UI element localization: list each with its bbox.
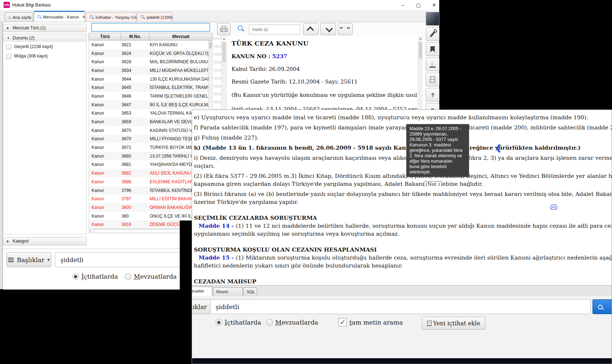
find-previous-button[interactable] — [303, 23, 319, 35]
column-header-turu[interactable]: Türü — [89, 33, 121, 40]
table-row[interactable]: Kanun 3796 İSTANBUL KENTİNDE YAPILACAK — [89, 186, 208, 195]
kanun-no-link[interactable]: 5237 — [272, 53, 288, 60]
table-row[interactable]: Kanun 3628 MAL BİLDİRİMİNDE BULUNULMASI,… — [89, 57, 208, 66]
tab-mevzuatlar-kanun[interactable]: Mevzuatlar - Kanun ✕ — [34, 11, 85, 22]
filter-checkbox-row[interactable]: Geçerlli (2238 kayıt) — [3, 43, 86, 51]
radio-ictihatlarda[interactable]: İçtihatlarda — [216, 319, 261, 326]
cell-turu: Kanun — [89, 222, 122, 227]
document-button[interactable] — [426, 73, 439, 86]
radio-ictihatlarda[interactable]: İçtihatlarda — [72, 273, 118, 280]
title-bar: ch Hukuk Bilgi Bankası – ▢ ✕ — [0, 0, 439, 10]
background-window-edge — [0, 10, 3, 289]
table-row[interactable]: Kanun 3645 İSTANBUL ELEKTRİK, TRAMVAY VE… — [89, 83, 208, 92]
desktop: ch Hukuk Bilgi Bankası – ▢ ✕ ⌂ Ana sayfa… — [0, 0, 612, 364]
table-header[interactable]: Türü M.No. Mevzuat — [89, 33, 213, 40]
madde-link[interactable]: Madde 14 - — [199, 222, 236, 229]
radio-icon[interactable] — [72, 273, 79, 280]
radio-icon[interactable] — [216, 319, 222, 326]
tab-ana-sayfa[interactable]: ⌂ Ana sayfa — [5, 12, 33, 22]
tab-sql[interactable]: SQL — [243, 287, 257, 296]
table-row[interactable]: Kanun 3671 TÜRKİYE BÜYÜK MİLLET MECLİSİ — [89, 143, 208, 152]
close-button[interactable]: ✕ — [426, 0, 442, 10]
cell-turu: Kanun — [89, 154, 122, 159]
cell-mevzuat: İSTANBUL ELEKTRİK, TRAMVAY VE TÜ. — [150, 85, 208, 90]
chevron-down-icon — [326, 25, 333, 32]
tab-ictihatlar[interactable]: İctihatlar - Yargıtay Ceza — [86, 12, 136, 22]
table-row[interactable]: Kanun 3634 MİLLİ MÜDAFAA MÜKELLEFİYETİ K… — [89, 66, 208, 75]
basliklar-dropdown[interactable]: Başlıklar ▼ — [7, 252, 51, 267]
new-ictihat-button[interactable]: Yeni içtihat ekle — [422, 317, 485, 330]
scroll-up-icon[interactable]: ▲ — [222, 37, 226, 42]
radio-icon[interactable] — [125, 273, 131, 280]
table-row[interactable]: Kanun 3670 KADININ STATÜSÜ VE SORUNLARI — [89, 126, 208, 135]
note-badge[interactable]: (Not ) — [424, 181, 442, 187]
panel-mevzuat-turu[interactable]: ▶ Mevzuat Türü (1) — [3, 24, 87, 32]
table-row[interactable]: Kanun 3621 KIYI KANUNU — [89, 40, 208, 49]
table-row[interactable]: Kanun 3646 TARIM İŞLETMELERİ GENEL MÜDÜR… — [89, 92, 208, 100]
table-row[interactable]: Kanun 3681 YAHŞİHAN'DA MEYDANA GELEN — [89, 160, 208, 169]
cell-mno: 3800 — [122, 205, 150, 210]
cell-mno: 3670 — [122, 128, 150, 133]
table-row[interactable]: Kanun 3659 BANKALAR VE DEVLET KURULUŞLAR… — [89, 117, 208, 126]
overlay-search-input[interactable] — [210, 299, 591, 314]
radio-icon[interactable] — [266, 319, 273, 326]
help-button[interactable]: ? — [426, 88, 439, 102]
table-row[interactable]: Kanun 3624 KÜÇÜK VE ORTA ÖLÇEKLİ İŞLETME… — [89, 49, 208, 58]
table-row[interactable]: Kanun 3686 EVLENME KAĞITLARI VE NÜFUS — [89, 177, 208, 186]
download-icon: ↓ — [430, 61, 435, 68]
table-row[interactable]: Kanun 3680 13.07.1956 TARİHLİ VE 6802 SA… — [89, 152, 208, 160]
table-filter-input[interactable] — [91, 23, 210, 32]
download-button[interactable]: ↓ — [426, 57, 439, 71]
checkbox[interactable] — [6, 54, 11, 59]
tooltip-line: buna göre teselsül — [409, 164, 466, 170]
table-row[interactable]: Kanun 3647 İKİ İL İLE BEŞ İLÇE KURULMASI… — [89, 100, 208, 109]
panel-durumu[interactable]: ▼ Durumu (2) — [3, 34, 87, 42]
checkbox[interactable] — [6, 44, 11, 50]
settings-button[interactable] — [426, 27, 439, 41]
document-search-input[interactable] — [249, 25, 300, 34]
scrollbar-thumb[interactable] — [209, 42, 212, 48]
print-button[interactable] — [217, 23, 230, 35]
cell-mno: 3634 — [122, 68, 150, 73]
kanun-no-line: KANUN NO : 5237 — [231, 53, 420, 60]
tooltip-line: 2. fıkra olarak eklenmiş ve — [409, 153, 466, 159]
back-arrow-icon[interactable]: ❮ — [495, 144, 502, 152]
panel-kategori[interactable]: ▶ Kategori — [3, 237, 87, 245]
filter-checkbox-row[interactable]: Mülga (306 kayıt) — [3, 53, 86, 61]
table-row[interactable]: Kanun 3644 130 İLÇE KURULMASINA DAİR KAN… — [89, 75, 208, 83]
tab-resmi-gazete[interactable]: Resmi Gazete — [213, 287, 243, 296]
table-row[interactable]: Kanun 3797 MİLLİ EĞİTİM BAKANLIĞININ — [89, 194, 208, 203]
desktop-gap — [180, 220, 192, 364]
avatar[interactable] — [426, 12, 439, 26]
bookmark-button[interactable] — [426, 42, 439, 56]
radio-mevzuatlarda[interactable]: Mevzuatlarda — [125, 273, 177, 280]
minimize-button[interactable]: – — [395, 0, 411, 10]
tab-siddetli[interactable]: şiddetli (1299) — [137, 12, 172, 22]
column-header-mno[interactable]: M.No. — [121, 33, 149, 40]
checkbox-tam-metin[interactable]: ✓ tam metin arama — [339, 318, 403, 326]
tab-mevzuatlar[interactable]: Mevzuatlar — [192, 287, 212, 296]
radio-mevzuatlarda[interactable]: Mevzuatlarda — [266, 319, 318, 326]
table-row[interactable]: Kanun 3800 ORMAN BAKANLIĞININ KURULUŞ — [89, 203, 208, 212]
checkbox-label: tam metin arama — [349, 319, 403, 326]
checkbox-label: Geçerlli (2238 kayıt) — [14, 44, 53, 49]
madde-link[interactable]: Madde 15 - — [199, 254, 236, 261]
scrollbar-thumb[interactable] — [222, 42, 226, 62]
scroll-up-icon[interactable]: ▲ — [418, 36, 423, 41]
cell-turu: Kanun — [89, 68, 122, 73]
close-tab-icon[interactable]: ✕ — [82, 14, 86, 20]
quote-button[interactable]: “ ” — [338, 23, 353, 35]
checkbox-icon[interactable]: ✓ — [339, 318, 347, 326]
table-row[interactable]: Kanun 3682 ADLİ SİCİL KANUNU — [89, 169, 208, 177]
maximize-button[interactable]: ▢ — [411, 0, 426, 10]
column-header-mevzuat[interactable]: Mevzuat — [149, 33, 213, 40]
law-text-line: h) (Madde 13 ün 1. fıkrasının h bendi, 2… — [194, 144, 612, 152]
scrollbar-thumb[interactable] — [419, 42, 422, 59]
table-row[interactable]: Kanun 3670 MİLLİ PİYANGO TEŞKİLİNE DAİR — [89, 135, 208, 144]
search-button[interactable] — [592, 299, 612, 314]
tab-label: şiddetli (1299) — [146, 15, 173, 20]
scroll-left-icon[interactable]: ‹ — [90, 229, 91, 233]
table-row[interactable]: Kanun 3653 YALOVA TERMAL KAPLICALARININ … — [89, 109, 208, 118]
find-next-button[interactable] — [320, 23, 336, 35]
table-row[interactable]: Kanun 380 ONÜÇ İLÇE VE İKİ İL KURULMASI — [89, 212, 208, 220]
